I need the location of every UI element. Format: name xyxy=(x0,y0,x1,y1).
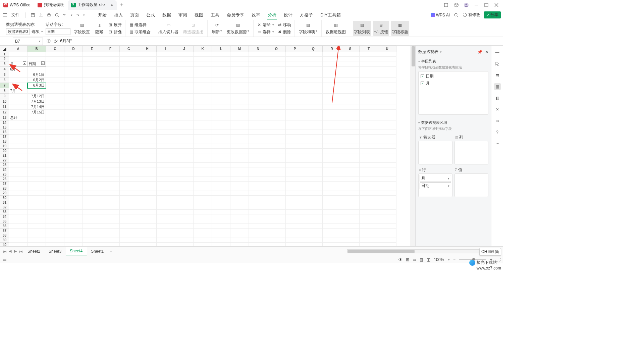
cell[interactable] xyxy=(120,191,138,196)
cell[interactable] xyxy=(46,205,64,210)
cell[interactable] xyxy=(230,186,249,191)
cell[interactable] xyxy=(194,149,212,153)
cell[interactable] xyxy=(230,139,249,144)
cell[interactable] xyxy=(304,149,323,153)
cell[interactable] xyxy=(83,196,101,200)
row-header[interactable]: 2 xyxy=(0,57,9,61)
tab-insert[interactable]: 插入 xyxy=(113,11,123,19)
cell[interactable] xyxy=(323,135,341,139)
cell[interactable] xyxy=(120,238,138,243)
cell[interactable] xyxy=(249,130,267,135)
cell[interactable] xyxy=(230,120,249,125)
cell[interactable] xyxy=(157,99,175,104)
cell[interactable] xyxy=(323,94,341,99)
cell[interactable] xyxy=(212,125,230,130)
cell[interactable] xyxy=(9,167,28,172)
cell[interactable] xyxy=(360,144,378,149)
cell[interactable] xyxy=(28,52,46,57)
cell[interactable] xyxy=(83,78,101,83)
cell[interactable] xyxy=(46,214,64,219)
cell[interactable] xyxy=(28,135,46,139)
cell[interactable] xyxy=(101,158,120,163)
cell[interactable] xyxy=(28,224,46,229)
cell[interactable] xyxy=(194,219,212,224)
field-list-box[interactable]: ✓日期 ✓月 xyxy=(418,71,488,115)
fx-expand-icon[interactable] xyxy=(46,38,52,44)
row-header[interactable]: 33 xyxy=(0,210,9,214)
cell[interactable] xyxy=(9,83,28,88)
cell[interactable] xyxy=(9,94,28,99)
cell[interactable] xyxy=(138,167,157,172)
cell[interactable] xyxy=(267,214,286,219)
cell[interactable] xyxy=(28,139,46,144)
cell[interactable] xyxy=(9,120,28,125)
row-header[interactable]: 39 xyxy=(0,238,9,243)
cell[interactable] xyxy=(46,149,64,153)
cell[interactable] xyxy=(267,67,286,72)
cell[interactable] xyxy=(9,224,28,229)
cell[interactable] xyxy=(120,110,138,115)
cell[interactable] xyxy=(341,52,360,57)
cell[interactable] xyxy=(138,120,157,125)
cell[interactable]: 6月1日 xyxy=(28,72,46,78)
cell[interactable]: 6月3日 xyxy=(28,83,46,88)
cell[interactable] xyxy=(9,177,28,182)
col-header[interactable]: I xyxy=(157,46,175,52)
cell[interactable] xyxy=(83,229,101,233)
window-multiwin-icon[interactable] xyxy=(443,2,449,8)
cell[interactable] xyxy=(360,205,378,210)
cell[interactable] xyxy=(138,210,157,214)
cell[interactable] xyxy=(9,191,28,196)
cell[interactable] xyxy=(194,163,212,167)
cell[interactable] xyxy=(360,229,378,233)
cell[interactable] xyxy=(304,182,323,186)
cell[interactable] xyxy=(138,61,157,67)
cell[interactable] xyxy=(304,210,323,214)
cell[interactable] xyxy=(286,172,304,177)
cell[interactable] xyxy=(64,67,83,72)
cell[interactable] xyxy=(360,88,378,94)
prev-sheet-icon[interactable]: ◀ xyxy=(7,249,13,254)
cell[interactable] xyxy=(249,125,267,130)
cell[interactable] xyxy=(138,52,157,57)
cell[interactable] xyxy=(101,153,120,158)
cell[interactable] xyxy=(9,52,28,57)
cell[interactable] xyxy=(194,83,212,88)
cell[interactable] xyxy=(120,200,138,205)
cell[interactable] xyxy=(267,125,286,130)
cell[interactable] xyxy=(138,125,157,130)
fields-items-button[interactable]: ▤字段和项▾ xyxy=(298,21,319,36)
cell[interactable] xyxy=(230,224,249,229)
cell[interactable] xyxy=(175,158,194,163)
cell[interactable] xyxy=(83,233,101,238)
cell[interactable] xyxy=(286,243,304,247)
cell[interactable] xyxy=(360,153,378,158)
row-header[interactable]: 7 xyxy=(0,83,9,88)
cell[interactable] xyxy=(46,182,64,186)
cell[interactable] xyxy=(64,219,83,224)
pending-changes[interactable]: 有修改 xyxy=(463,12,480,18)
tab-fangge[interactable]: 方格子 xyxy=(299,11,314,19)
cell[interactable] xyxy=(120,99,138,104)
cell[interactable] xyxy=(101,224,120,229)
tab-start[interactable]: 开始 xyxy=(97,11,107,19)
cell[interactable] xyxy=(378,78,396,83)
cell[interactable] xyxy=(249,83,267,88)
cell[interactable] xyxy=(120,196,138,200)
ime-indicator[interactable]: CH ⌨ 简 xyxy=(479,248,501,256)
cell[interactable] xyxy=(120,78,138,83)
cell[interactable] xyxy=(267,83,286,88)
cell[interactable] xyxy=(212,99,230,104)
sheet-area[interactable]: ◢ABCDEFGHIJKLMNOPQRSTU123月▾日期▾46月56月1日66… xyxy=(0,46,415,246)
cell[interactable] xyxy=(212,149,230,153)
cell[interactable] xyxy=(378,115,396,120)
undo-dropdown[interactable]: ▾ xyxy=(71,13,72,17)
cell[interactable] xyxy=(378,125,396,130)
pivot-tool-icon[interactable]: ▦ xyxy=(494,83,501,90)
cell[interactable] xyxy=(46,233,64,238)
tab-design[interactable]: 设计 xyxy=(283,11,293,19)
cell[interactable] xyxy=(101,115,120,120)
cell[interactable] xyxy=(120,94,138,99)
cell[interactable] xyxy=(230,115,249,120)
cell[interactable] xyxy=(46,167,64,172)
